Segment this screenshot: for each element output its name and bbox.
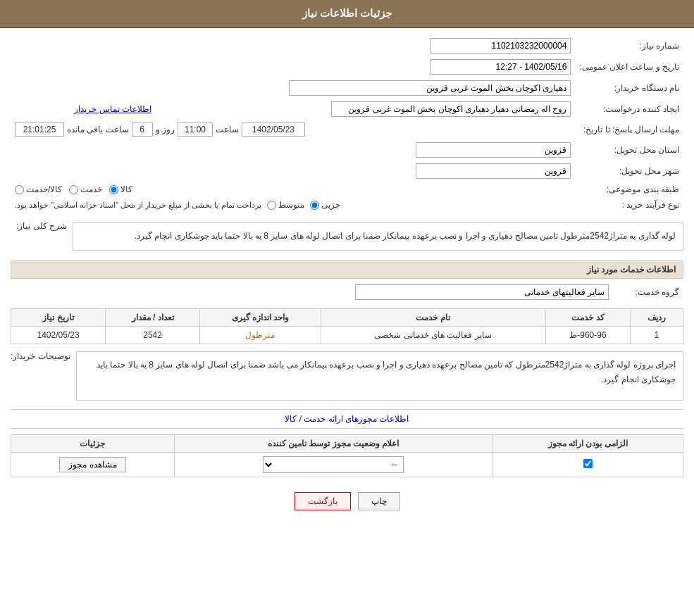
process-mutavasset-radio[interactable] <box>267 201 276 210</box>
required-checkbox[interactable] <box>583 459 593 468</box>
permits-table-body: -- مشاهده مجوز <box>11 452 683 477</box>
city-row: شهر محل تحویل: <box>11 161 683 182</box>
category-radio-group: کالا/خدمت خدمت کالا <box>15 184 571 194</box>
cell-date: 1402/05/23 <box>11 326 106 344</box>
col-required: الزامی بودن ارائه مجوز <box>492 434 683 452</box>
col-qty: تعداد / مقدار <box>106 308 200 326</box>
description-text: لوله گذاری به متراژ2542مترطول تامین مصال… <box>135 231 676 241</box>
category-kala-label: کالا <box>120 184 132 194</box>
province-input[interactable] <box>416 142 571 158</box>
province-row: استان محل تحویل: <box>11 139 683 161</box>
back-button[interactable]: بازگشت <box>295 492 351 510</box>
buyer-notes-box: اجرای پروژه لوله گذاری به متراژ2542مترطو… <box>76 351 683 401</box>
services-table-body: 1 960-96-ط سایر فعالیت های خدماتی شخصی م… <box>11 326 683 344</box>
process-note: پرداخت تمام یا بخشی از مبلغ خریدار از مح… <box>15 201 261 210</box>
table-row: 1 960-96-ط سایر فعالیت های خدماتی شخصی م… <box>11 326 683 344</box>
process-row: نوع فرآیند خرید : پرداخت تمام یا بخشی از… <box>11 197 683 213</box>
col-status: اعلام وضعیت مجوز توسط نامین کننده <box>174 434 492 452</box>
deadline-time-label: ساعت <box>216 125 239 134</box>
category-khidmat-radio[interactable] <box>69 185 78 194</box>
process-juzii: جزیی <box>310 200 340 210</box>
services-header-row: ردیف کد خدمت نام خدمت واحد اندازه گیری ت… <box>11 308 683 326</box>
cell-required <box>492 452 683 477</box>
description-section: شرح کلی نیاز: لوله گذاری به متراژ2542متر… <box>11 218 683 255</box>
buyer-org-label: نام دستگاه خریدار: <box>575 77 683 99</box>
col-code: کد خدمت <box>545 308 631 326</box>
creator-row: ایجاد کننده درخواست: اطلاعات تماس خریدار <box>11 99 683 120</box>
col-date: تاریخ نیاز <box>11 308 106 326</box>
permits-divider: اطلاعات مجوزهای ارائه خدمت / کالا <box>11 409 683 429</box>
services-table: ردیف کد خدمت نام خدمت واحد اندازه گیری ت… <box>11 308 683 344</box>
remaining-time-value: 21:01:25 <box>15 122 64 137</box>
contact-link[interactable]: اطلاعات تماس خریدار <box>74 104 151 114</box>
cell-unit: مترطول <box>200 326 321 344</box>
buyer-notes-text: اجرای پروژه لوله گذاری به متراژ2542مترطو… <box>97 360 676 385</box>
cell-row: 1 <box>631 326 683 344</box>
deadline-row: مهلت ارسال پاسخ: تا تاریخ: 21:01:25 ساعت… <box>11 120 683 139</box>
deadline-date-row: 21:01:25 ساعت باقی مانده 6 روز و 11:00 س… <box>15 122 571 137</box>
announce-input[interactable] <box>430 59 571 75</box>
city-label: شهر محل تحویل: <box>575 161 683 182</box>
cell-code: 960-96-ط <box>545 326 631 344</box>
group-service-row: گروه خدمت: <box>11 282 683 303</box>
col-unit: واحد اندازه گیری <box>200 308 321 326</box>
description-label: شرح کلی نیاز: <box>11 218 67 231</box>
need-number-label: شماره نیاز: <box>575 35 683 56</box>
process-mutavasset-label: متوسط <box>278 200 304 210</box>
category-kala-radio[interactable] <box>109 185 118 194</box>
creator-input[interactable] <box>331 101 571 117</box>
cell-details: مشاهده مجوز <box>11 452 175 477</box>
city-input[interactable] <box>416 163 571 179</box>
col-row: ردیف <box>631 308 683 326</box>
need-number-input[interactable] <box>430 38 571 54</box>
announce-value <box>178 56 576 77</box>
print-button[interactable]: چاپ <box>358 492 400 510</box>
status-select[interactable]: -- <box>263 456 404 473</box>
page-header: جزئیات اطلاعات نیاز <box>0 0 694 28</box>
category-kala: کالا <box>109 184 132 194</box>
category-kala-khidmat-radio[interactable] <box>15 185 24 194</box>
process-mutavasset: متوسط <box>267 200 304 210</box>
deadline-time-value: 11:00 <box>178 122 213 137</box>
category-khidmat: خدمت <box>69 184 102 194</box>
services-table-head: ردیف کد خدمت نام خدمت واحد اندازه گیری ت… <box>11 308 683 326</box>
buyer-notes-label: توضیحات خریدار: <box>11 348 70 361</box>
permits-header-row: الزامی بودن ارائه مجوز اعلام وضعیت مجوز … <box>11 434 683 452</box>
need-number-value <box>178 35 576 56</box>
page-wrapper: جزئیات اطلاعات نیاز شماره نیاز: تاریخ و … <box>0 0 694 616</box>
announce-row: تاریخ و ساعت اعلان عمومی: <box>11 56 683 77</box>
category-khidmat-label: خدمت <box>80 184 102 194</box>
creator-label: ایجاد کننده درخواست: <box>575 99 683 120</box>
deadline-label: مهلت ارسال پاسخ: تا تاریخ: <box>575 120 683 139</box>
table-row: -- مشاهده مجوز <box>11 452 683 477</box>
deadline-day-label: روز و <box>156 125 175 134</box>
category-kala-khidmat-label: کالا/خدمت <box>26 184 62 194</box>
buyer-notes-section: توضیحات خریدار: اجرای پروژه لوله گذاری ب… <box>11 348 683 403</box>
buyer-org-input[interactable] <box>289 80 571 96</box>
process-label: نوع فرآیند خرید : <box>575 197 683 213</box>
group-label: گروه خدمت: <box>613 282 683 303</box>
cell-name: سایر فعالیت های خدماتی شخصی <box>321 326 545 344</box>
bottom-buttons: چاپ بازگشت <box>11 482 683 524</box>
info-table: شماره نیاز: تاریخ و ساعت اعلان عمومی: نا… <box>11 35 683 213</box>
view-permit-button[interactable]: مشاهده مجوز <box>59 457 125 472</box>
category-kala-khidmat: کالا/خدمت <box>15 184 62 194</box>
header-title: جزئیات اطلاعات نیاز <box>302 7 392 19</box>
province-label: استان محل تحویل: <box>575 139 683 161</box>
col-name: نام خدمت <box>321 308 545 326</box>
need-number-row: شماره نیاز: <box>11 35 683 56</box>
announce-label: تاریخ و ساعت اعلان عمومی: <box>575 56 683 77</box>
group-input[interactable] <box>355 284 609 300</box>
main-content: شماره نیاز: تاریخ و ساعت اعلان عمومی: نا… <box>0 28 694 532</box>
col-details: جزئیات <box>11 434 175 452</box>
permits-table: الزامی بودن ارائه مجوز اعلام وضعیت مجوز … <box>11 434 683 477</box>
cell-status: -- <box>174 452 492 477</box>
cell-qty: 2542 <box>106 326 200 344</box>
remaining-label: ساعت باقی مانده <box>67 125 129 134</box>
process-options-row: پرداخت تمام یا بخشی از مبلغ خریدار از مح… <box>15 200 571 210</box>
process-juzii-radio[interactable] <box>310 201 319 210</box>
description-box: لوله گذاری به متراژ2542مترطول تامین مصال… <box>73 222 683 251</box>
category-label: طبقه بندی موضوعی: <box>575 182 683 197</box>
services-section-title: اطلاعات خدمات مورد نیاز <box>11 260 683 279</box>
process-juzii-label: جزیی <box>321 200 340 210</box>
